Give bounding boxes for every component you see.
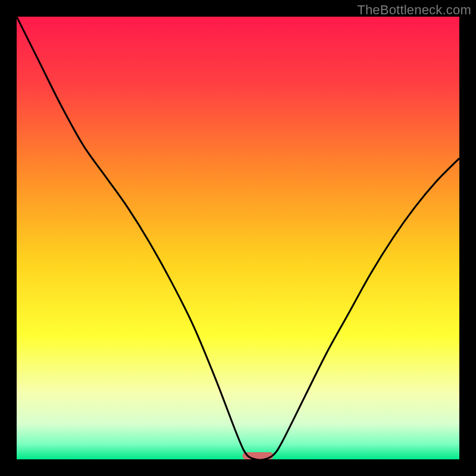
chart-frame [17, 17, 459, 459]
watermark-text: TheBottleneck.com [357, 2, 471, 18]
bottleneck-chart [17, 17, 459, 459]
